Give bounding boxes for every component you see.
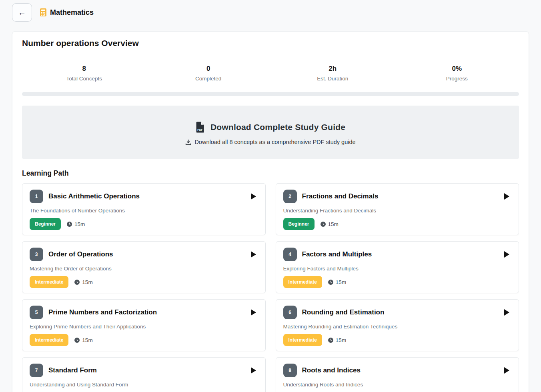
concept-meta-row: Intermediate 15m <box>30 276 258 288</box>
stat-completed: 0 Completed <box>146 65 271 82</box>
concept-number-badge: 8 <box>283 364 297 377</box>
level-badge: Intermediate <box>30 276 68 288</box>
download-study-guide-panel[interactable]: PDF Download Complete Study Guide Downlo… <box>22 106 519 159</box>
concept-title: Factors and Multiples <box>302 250 499 258</box>
clock-icon <box>74 280 80 285</box>
concept-number-badge: 1 <box>30 190 43 203</box>
concept-title: Order of Operations <box>48 250 246 258</box>
level-badge: Intermediate <box>283 334 322 346</box>
pdf-file-icon: PDF <box>196 122 204 133</box>
duration-text: 15m <box>336 279 346 285</box>
download-subtitle: Download all 8 concepts as a comprehensi… <box>194 139 355 145</box>
stat-duration: 2h Est. Duration <box>270 65 395 82</box>
level-badge: Beginner <box>283 218 315 230</box>
concept-description: Understanding Roots and Indices <box>283 382 512 388</box>
duration-text: 15m <box>328 221 339 227</box>
concept-number-badge: 5 <box>30 306 43 319</box>
concept-card[interactable]: 3 Order of Operations Mastering the Orde… <box>22 241 266 293</box>
concept-title: Standard Form <box>48 366 246 374</box>
play-icon[interactable] <box>251 309 256 316</box>
concept-title: Rounding and Estimation <box>302 308 499 316</box>
concept-number-badge: 2 <box>283 190 297 203</box>
concept-description: The Foundations of Number Operations <box>30 208 258 214</box>
page-title-text: Mathematics <box>50 8 94 17</box>
concept-card[interactable]: 8 Roots and Indices Understanding Roots … <box>276 357 519 392</box>
stat-label: Est. Duration <box>270 76 395 82</box>
concept-number-badge: 3 <box>30 248 43 261</box>
concept-title: Roots and Indices <box>302 366 499 374</box>
concept-card[interactable]: 6 Rounding and Estimation Mastering Roun… <box>276 299 519 351</box>
overview-title: Number operations Overview <box>22 38 519 48</box>
play-icon[interactable] <box>504 309 509 316</box>
learning-path-grid: 1 Basic Arithmetic Operations The Founda… <box>22 183 519 392</box>
stat-label: Total Concepts <box>22 76 146 82</box>
concept-card-header: 8 Roots and Indices <box>283 364 512 377</box>
concept-description: Exploring Prime Numbers and Their Applic… <box>30 324 258 330</box>
concept-description: Understanding Fractions and Decimals <box>283 208 512 214</box>
back-button[interactable]: ← <box>12 3 32 22</box>
concept-card[interactable]: 2 Fractions and Decimals Understanding F… <box>276 183 519 235</box>
stat-label: Progress <box>395 76 519 82</box>
concept-duration: 15m <box>74 279 92 285</box>
concept-card-header: 7 Standard Form <box>30 364 258 377</box>
stats-row: 8 Total Concepts 0 Completed 2h Est. Dur… <box>22 65 519 82</box>
concept-title: Prime Numbers and Factorization <box>48 308 246 316</box>
play-icon[interactable] <box>504 367 509 374</box>
concept-meta-row: Beginner 15m <box>283 218 512 230</box>
concept-number-badge: 6 <box>283 306 297 319</box>
stat-value: 2h <box>270 65 395 73</box>
clock-icon <box>67 222 72 227</box>
concept-description: Understanding and Using Standard Form <box>30 382 258 388</box>
clock-icon <box>328 338 333 343</box>
play-icon[interactable] <box>504 193 509 200</box>
duration-text: 15m <box>336 337 346 343</box>
concept-card-header: 5 Prime Numbers and Factorization <box>30 306 258 319</box>
concept-duration: 15m <box>328 279 346 285</box>
stat-progress: 0% Progress <box>395 65 519 82</box>
clock-icon <box>328 280 333 285</box>
concept-card[interactable]: 7 Standard Form Understanding and Using … <box>22 357 266 392</box>
concept-card[interactable]: 1 Basic Arithmetic Operations The Founda… <box>22 183 266 235</box>
clock-icon <box>321 222 326 227</box>
concept-description: Mastering Rounding and Estimation Techni… <box>283 324 512 330</box>
concept-title: Basic Arithmetic Operations <box>48 192 246 200</box>
duration-text: 15m <box>74 221 85 227</box>
learning-path-title: Learning Path <box>22 169 519 178</box>
concept-card[interactable]: 4 Factors and Multiples Exploring Factor… <box>276 241 519 293</box>
stat-value: 0 <box>146 65 271 73</box>
concept-meta-row: Intermediate 15m <box>283 276 512 288</box>
stat-value: 8 <box>22 65 146 73</box>
concept-title: Fractions and Decimals <box>302 192 499 200</box>
download-title: Download Complete Study Guide <box>210 122 345 132</box>
back-arrow-icon: ← <box>18 8 26 17</box>
stat-label: Completed <box>146 76 271 82</box>
stat-value: 0% <box>395 65 519 73</box>
concept-duration: 15m <box>328 337 346 343</box>
play-icon[interactable] <box>251 251 256 258</box>
play-icon[interactable] <box>504 251 509 258</box>
concept-card-header: 1 Basic Arithmetic Operations <box>30 190 258 203</box>
play-icon[interactable] <box>251 367 256 374</box>
overview-card-header: Number operations Overview <box>12 32 529 55</box>
level-badge: Beginner <box>30 218 61 230</box>
duration-text: 15m <box>82 279 92 285</box>
concept-card-header: 4 Factors and Multiples <box>283 248 512 261</box>
concept-meta-row: Intermediate 15m <box>283 334 512 346</box>
concept-card-header: 2 Fractions and Decimals <box>283 190 512 203</box>
play-icon[interactable] <box>251 193 256 200</box>
page-title: Mathematics <box>40 8 94 17</box>
concept-number-badge: 7 <box>30 364 43 377</box>
clock-icon <box>74 338 80 343</box>
overview-card-body: 8 Total Concepts 0 Completed 2h Est. Dur… <box>12 55 529 392</box>
overview-card: Number operations Overview 8 Total Conce… <box>12 31 529 392</box>
concept-card[interactable]: 5 Prime Numbers and Factorization Explor… <box>22 299 266 351</box>
top-header: ← Mathematics <box>0 0 541 22</box>
level-badge: Intermediate <box>283 276 322 288</box>
progress-bar <box>22 92 519 96</box>
concept-duration: 15m <box>74 337 92 343</box>
download-icon <box>185 139 191 145</box>
concept-meta-row: Beginner 15m <box>30 218 258 230</box>
stat-total-concepts: 8 Total Concepts <box>22 65 146 82</box>
calculator-icon <box>40 8 46 16</box>
concept-card-header: 6 Rounding and Estimation <box>283 306 512 319</box>
